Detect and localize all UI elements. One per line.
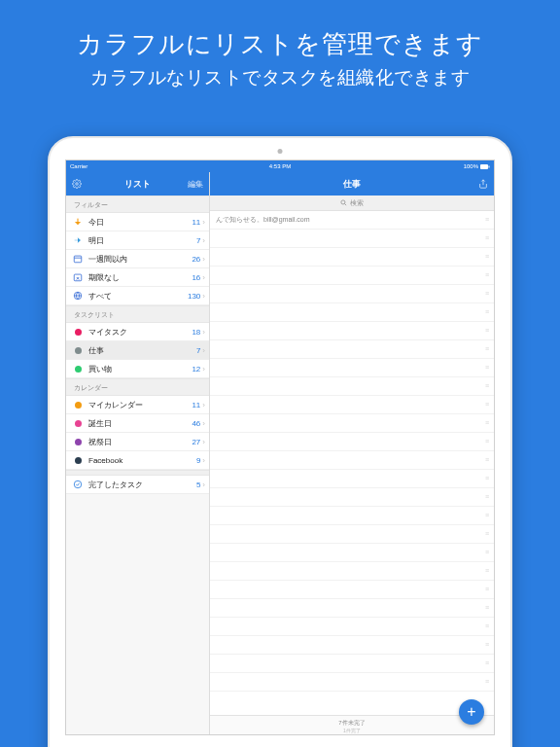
add-task-button[interactable]: +: [459, 699, 484, 725]
task-row[interactable]: ≡: [210, 655, 494, 673]
svg-rect-1: [489, 165, 490, 167]
drag-handle-icon[interactable]: ≡: [485, 606, 488, 610]
sidebar-item-filter[interactable]: 明日7›: [66, 231, 209, 250]
svg-line-13: [344, 203, 346, 205]
svg-point-12: [341, 200, 345, 204]
share-icon: [478, 179, 488, 189]
task-row[interactable]: んで知らせる。bill@gmail.com≡: [210, 211, 494, 230]
chevron-right-icon: ›: [202, 255, 205, 264]
drag-handle-icon[interactable]: ≡: [485, 384, 488, 388]
arrow-down-icon: [72, 216, 84, 228]
task-row[interactable]: ≡: [210, 248, 494, 267]
task-row[interactable]: ≡: [210, 507, 494, 525]
drag-handle-icon[interactable]: ≡: [485, 643, 488, 647]
task-row[interactable]: ≡: [210, 618, 494, 636]
drag-handle-icon[interactable]: ≡: [485, 514, 488, 517]
drag-handle-icon[interactable]: ≡: [485, 680, 488, 684]
search-bar[interactable]: 検索: [210, 196, 494, 211]
drag-handle-icon[interactable]: ≡: [485, 440, 488, 444]
completed-tasks-row[interactable]: 完了したタスク 5 ›: [66, 476, 209, 494]
task-row[interactable]: ≡: [210, 267, 494, 285]
sidebar-item-filter[interactable]: すべて130›: [66, 287, 209, 305]
task-row[interactable]: ≡: [210, 433, 494, 451]
drag-handle-icon[interactable]: ≡: [485, 310, 488, 314]
row-count: 11: [192, 218, 200, 227]
drag-handle-icon[interactable]: ≡: [485, 569, 488, 573]
sidebar-item-tasklist[interactable]: 買い物12›: [66, 360, 209, 378]
drag-handle-icon[interactable]: ≡: [485, 551, 488, 554]
row-count: 7: [196, 346, 200, 355]
task-row[interactable]: ≡: [210, 599, 494, 618]
chevron-right-icon: ›: [202, 236, 205, 245]
task-row[interactable]: ≡: [210, 470, 494, 488]
drag-handle-icon[interactable]: ≡: [485, 329, 488, 333]
clock: 4:53 PM: [66, 163, 494, 169]
svg-rect-5: [74, 274, 82, 281]
drag-handle-icon[interactable]: ≡: [485, 366, 488, 370]
task-row[interactable]: ≡: [210, 322, 494, 340]
row-count: 12: [192, 365, 200, 374]
chevron-right-icon: ›: [202, 401, 205, 409]
drag-handle-icon[interactable]: ≡: [485, 661, 488, 665]
color-dot-icon: [72, 344, 84, 356]
task-row[interactable]: ≡: [210, 636, 494, 655]
task-row[interactable]: ≡: [210, 488, 494, 507]
task-row[interactable]: ≡: [210, 377, 494, 396]
drag-handle-icon[interactable]: ≡: [485, 624, 488, 628]
task-row[interactable]: ≡: [210, 359, 494, 377]
color-dot-icon: [72, 417, 84, 429]
sidebar-item-tasklist[interactable]: 仕事7›: [66, 341, 209, 360]
task-list: んで知らせる。bill@gmail.com≡≡≡≡≡≡≡≡≡≡≡≡≡≡≡≡≡≡≡…: [210, 211, 494, 734]
row-count: 18: [192, 328, 200, 337]
sidebar-item-calendar[interactable]: Facebook9›: [66, 451, 209, 470]
color-dot-icon: [72, 326, 84, 338]
sidebar-item-filter[interactable]: 今日11›: [66, 213, 209, 231]
drag-handle-icon[interactable]: ≡: [485, 458, 488, 462]
chevron-right-icon: ›: [202, 365, 205, 374]
task-row[interactable]: ≡: [210, 562, 494, 581]
drag-handle-icon[interactable]: ≡: [485, 273, 488, 277]
sidebar-item-filter[interactable]: 期限なし16›: [66, 268, 209, 287]
task-text: んで知らせる。bill@gmail.com: [216, 215, 310, 225]
settings-button[interactable]: [72, 179, 82, 189]
drag-handle-icon[interactable]: ≡: [485, 532, 488, 536]
drag-handle-icon[interactable]: ≡: [485, 292, 488, 296]
svg-point-2: [76, 183, 79, 186]
sidebar-item-calendar[interactable]: 誕生日46›: [66, 414, 209, 433]
task-row[interactable]: ≡: [210, 396, 494, 414]
task-row[interactable]: ≡: [210, 525, 494, 544]
sidebar-item-tasklist[interactable]: マイタスク18›: [66, 323, 209, 341]
row-count: 27: [192, 438, 200, 446]
task-row[interactable]: ≡: [210, 303, 494, 322]
drag-handle-icon[interactable]: ≡: [485, 477, 488, 480]
chevron-right-icon: ›: [202, 480, 205, 489]
drag-handle-icon[interactable]: ≡: [485, 421, 488, 425]
drag-handle-icon[interactable]: ≡: [485, 255, 488, 259]
main-header: 仕事: [210, 172, 494, 196]
svg-rect-3: [74, 256, 82, 263]
task-row[interactable]: ≡: [210, 451, 494, 470]
task-row[interactable]: ≡: [210, 285, 494, 303]
list-footer: 7件未完了 1件完了: [210, 715, 494, 734]
task-row[interactable]: ≡: [210, 544, 494, 562]
task-row[interactable]: ≡: [210, 673, 494, 692]
drag-handle-icon[interactable]: ≡: [485, 403, 488, 407]
share-button[interactable]: [478, 179, 488, 189]
drag-handle-icon[interactable]: ≡: [485, 587, 488, 591]
row-label: 祝祭日: [88, 437, 192, 447]
arrow-right-icon: [72, 234, 84, 246]
drag-handle-icon[interactable]: ≡: [485, 347, 488, 351]
sidebar-item-calendar[interactable]: 祝祭日27›: [66, 433, 209, 451]
task-row[interactable]: ≡: [210, 230, 494, 248]
color-dot-icon: [72, 399, 84, 410]
task-row[interactable]: ≡: [210, 414, 494, 433]
drag-handle-icon[interactable]: ≡: [485, 218, 488, 222]
gear-icon: [72, 179, 82, 189]
sidebar-item-calendar[interactable]: マイカレンダー11›: [66, 396, 209, 414]
edit-button[interactable]: 編集: [188, 179, 203, 190]
task-row[interactable]: ≡: [210, 581, 494, 599]
drag-handle-icon[interactable]: ≡: [485, 236, 488, 240]
drag-handle-icon[interactable]: ≡: [485, 495, 488, 499]
task-row[interactable]: ≡: [210, 340, 494, 359]
sidebar-item-filter[interactable]: 一週間以内26›: [66, 250, 209, 268]
